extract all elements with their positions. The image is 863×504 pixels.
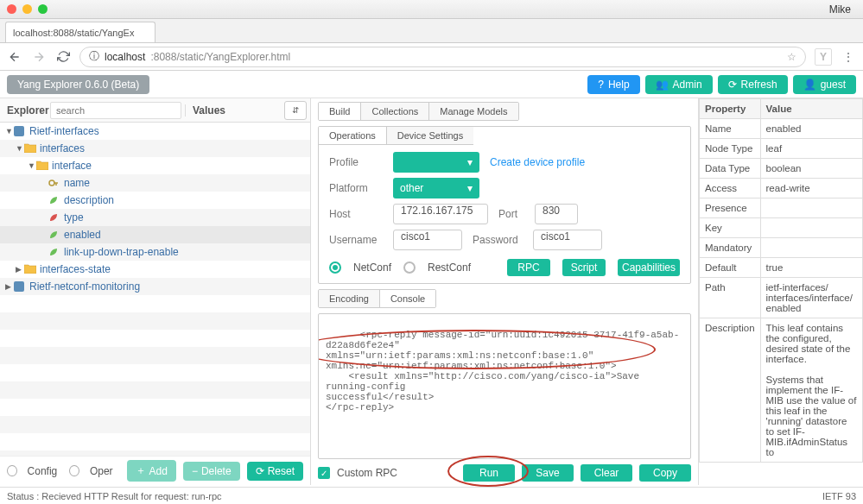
prop-row: Pathietf-interfaces/ interfaces/interfac… — [700, 278, 863, 318]
admin-button[interactable]: 👥Admin — [645, 75, 713, 94]
tree-node[interactable]: ▶interfaces-state — [0, 261, 310, 278]
admin-icon: 👥 — [656, 79, 669, 91]
delete-button[interactable]: − Delete — [183, 462, 240, 481]
tab-collections[interactable]: Collections — [361, 103, 429, 120]
close-window[interactable] — [7, 4, 16, 14]
tree-node[interactable]: ▼interfaces — [0, 140, 310, 157]
tab-device-settings[interactable]: Device Settings — [387, 127, 473, 144]
tree-empty-row — [0, 330, 310, 347]
caret-icon: ▶ — [16, 265, 24, 274]
browser-tabstrip: localhost:8088/static/YangEx — [0, 19, 863, 43]
port-label: Port — [498, 208, 524, 220]
prop-value — [760, 238, 862, 258]
chevron-down-icon: ▾ — [467, 156, 473, 168]
leaf-icon — [48, 195, 60, 205]
rpc-button[interactable]: RPC — [507, 259, 550, 276]
username-input[interactable]: cisco1 — [393, 230, 462, 250]
profile-dropdown[interactable]: ▾ — [393, 152, 479, 173]
prop-key: Access — [700, 179, 761, 198]
forward-icon[interactable] — [31, 49, 47, 65]
tree-node-label: interfaces-state — [40, 263, 111, 275]
config-radio[interactable] — [7, 465, 17, 476]
address-bar[interactable]: ⓘ localhost:8088/static/YangExplorer.htm… — [79, 47, 806, 67]
model-tree[interactable]: ▼Rietf-interfaces▼interfaces▼interfacena… — [0, 123, 310, 456]
minimize-window[interactable] — [22, 4, 32, 14]
chevron-down-icon: ▾ — [467, 182, 473, 194]
save-button[interactable]: Save — [522, 464, 574, 482]
tab-encoding[interactable]: Encoding — [319, 290, 380, 307]
tree-node[interactable]: ▶Rietf-netconf-monitoring — [0, 278, 310, 295]
restconf-radio[interactable] — [403, 261, 416, 274]
oper-label: Oper — [90, 465, 113, 477]
prop-value: enabled — [760, 119, 862, 139]
bookmark-star-icon[interactable]: ☆ — [787, 51, 796, 63]
prop-key: Name — [700, 119, 761, 139]
create-profile-link[interactable]: Create device profile — [490, 156, 585, 168]
leaf-icon — [48, 230, 60, 240]
tree-node[interactable]: type — [0, 209, 310, 226]
prop-key: Path — [700, 278, 761, 318]
platform-dropdown[interactable]: other▾ — [393, 178, 479, 198]
copy-button[interactable]: Copy — [639, 464, 691, 482]
reset-button[interactable]: ⟳ Reset — [247, 462, 303, 481]
host-label: Host — [329, 208, 383, 220]
tree-node[interactable]: ▼interface — [0, 157, 310, 174]
yandex-icon[interactable]: Y — [815, 48, 832, 66]
username-label: Username — [329, 234, 383, 246]
tab-manage-models[interactable]: Manage Models — [429, 103, 517, 120]
leafred-icon — [48, 212, 60, 223]
oper-radio[interactable] — [69, 465, 79, 476]
browser-menu-icon[interactable]: ⋮ — [841, 49, 856, 65]
prop-value — [760, 198, 862, 218]
tree-node[interactable]: ▼Rietf-interfaces — [0, 123, 310, 140]
port-input[interactable]: 830 — [535, 204, 578, 224]
zoom-window[interactable] — [38, 4, 48, 14]
prop-row: Node Typeleaf — [700, 139, 863, 159]
prop-row: Mandatory — [700, 238, 863, 258]
tree-node-label: interface — [52, 160, 92, 172]
console-output[interactable]: <rpc-reply message-id="urn:uuid:1c492015… — [318, 313, 691, 459]
help-icon: ? — [598, 79, 604, 91]
search-input[interactable] — [50, 102, 181, 119]
refresh-button[interactable]: ⟳Refresh — [718, 75, 788, 94]
script-button[interactable]: Script — [562, 259, 606, 276]
tree-node[interactable]: enabled — [0, 226, 310, 243]
reload-icon[interactable] — [55, 49, 71, 65]
custom-rpc-label: Custom RPC — [337, 467, 397, 479]
prop-value — [760, 218, 862, 238]
tree-empty-row — [0, 364, 310, 381]
tree-node[interactable]: name — [0, 174, 310, 192]
netconf-radio[interactable] — [329, 261, 341, 274]
host-input[interactable]: 172.16.167.175 — [393, 204, 488, 224]
capabilities-button[interactable]: Capabilities — [618, 259, 680, 276]
mod-icon — [14, 126, 26, 136]
help-button[interactable]: ?Help — [587, 75, 639, 94]
back-icon[interactable] — [7, 49, 22, 65]
tree-node-label: enabled — [64, 229, 101, 241]
run-button[interactable]: Run — [463, 464, 515, 482]
prop-row: Accessread-write — [700, 179, 863, 198]
add-button[interactable]: ＋ Add — [127, 460, 176, 482]
prop-key: Data Type — [700, 159, 761, 179]
clear-button[interactable]: Clear — [581, 464, 632, 482]
tab-build[interactable]: Build — [319, 103, 361, 120]
browser-toolbar: ⓘ localhost:8088/static/YangExplorer.htm… — [0, 43, 863, 71]
browser-tab[interactable]: localhost:8088/static/YangEx — [5, 22, 155, 42]
guest-button[interactable]: 👤guest — [793, 75, 856, 94]
prop-key: Presence — [700, 198, 761, 218]
prop-key: Key — [700, 218, 761, 238]
folder-icon — [24, 143, 36, 154]
tab-operations[interactable]: Operations — [319, 127, 387, 144]
prop-key: Mandatory — [700, 238, 761, 258]
profile-label: Profile — [329, 156, 383, 168]
prop-key: Node Type — [700, 139, 761, 159]
tree-node[interactable]: description — [0, 192, 310, 209]
custom-rpc-checkbox[interactable]: ✓ — [318, 467, 330, 479]
tree-empty-row — [0, 416, 310, 433]
expand-toggle-icon[interactable]: ⇵ — [284, 101, 307, 120]
url-path: :8088/static/YangExplorer.html — [150, 51, 290, 63]
site-info-icon[interactable]: ⓘ — [89, 49, 99, 64]
password-input[interactable]: cisco1 — [533, 230, 602, 250]
tree-node[interactable]: link-up-down-trap-enable — [0, 243, 310, 261]
tab-console[interactable]: Console — [380, 290, 435, 307]
